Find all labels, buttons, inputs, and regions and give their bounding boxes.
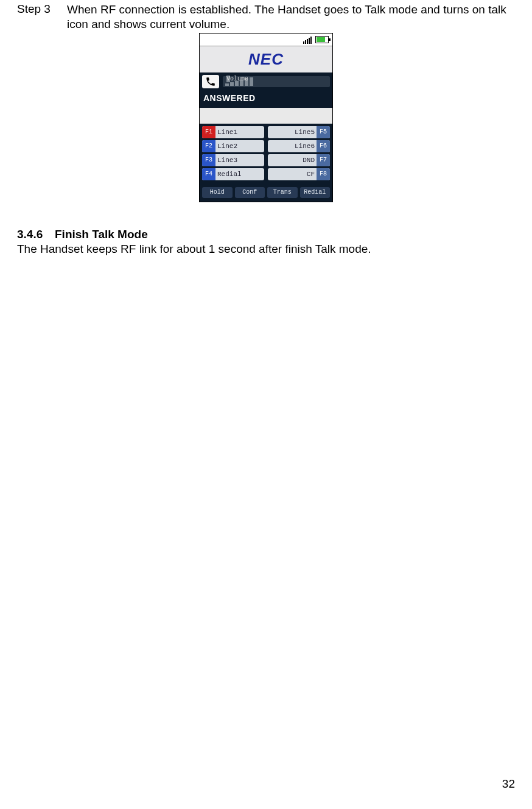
battery-icon bbox=[315, 36, 329, 43]
empty-strip bbox=[200, 108, 332, 124]
function-keys: F1Line1 Line5F5 F2Line2 Line6F6 F3Line3 … bbox=[200, 124, 332, 185]
volume-label: Volume bbox=[226, 76, 230, 82]
handset-screenshot: NEC Volume ANSWERED F1Lin bbox=[17, 33, 515, 202]
step-row: Step 3 When RF connection is established… bbox=[17, 2, 515, 32]
softkey-row: Hold Conf Trans Redial bbox=[200, 185, 332, 202]
fkey-f1[interactable]: F1Line1 bbox=[202, 126, 264, 138]
signal-icon bbox=[303, 35, 313, 44]
fkey-f2[interactable]: F2Line2 bbox=[202, 140, 264, 152]
fkey-f5[interactable]: Line5F5 bbox=[268, 126, 330, 138]
talk-icon bbox=[202, 75, 219, 88]
softkey-trans[interactable]: Trans bbox=[267, 187, 298, 198]
softkey-conf[interactable]: Conf bbox=[235, 187, 265, 198]
fkey-f7[interactable]: DNDF7 bbox=[268, 154, 330, 166]
section-number: 3.4.6 bbox=[17, 228, 55, 241]
phone-status-bar bbox=[200, 34, 332, 46]
volume-row: Volume bbox=[200, 72, 332, 91]
fkey-f3[interactable]: F3Line3 bbox=[202, 154, 264, 166]
logo-row: NEC bbox=[200, 46, 332, 72]
fkey-f6[interactable]: Line6F6 bbox=[268, 140, 330, 152]
step-label: Step 3 bbox=[17, 2, 67, 16]
softkey-redial[interactable]: Redial bbox=[300, 187, 331, 198]
call-status-text: ANSWERED bbox=[200, 91, 332, 108]
section-heading: 3.4.6 Finish Talk Mode bbox=[17, 228, 515, 241]
volume-indicator: Volume bbox=[223, 76, 330, 87]
page-number: 32 bbox=[502, 777, 515, 791]
section-body: The Handset keeps RF link for about 1 se… bbox=[17, 242, 515, 256]
fkey-f8[interactable]: CFF8 bbox=[268, 168, 330, 180]
nec-logo: NEC bbox=[248, 50, 284, 68]
softkey-hold[interactable]: Hold bbox=[202, 187, 233, 198]
fkey-f4[interactable]: F4Redial bbox=[202, 168, 264, 180]
section-title: Finish Talk Mode bbox=[55, 228, 148, 241]
step-text: When RF connection is established. The H… bbox=[67, 2, 515, 32]
